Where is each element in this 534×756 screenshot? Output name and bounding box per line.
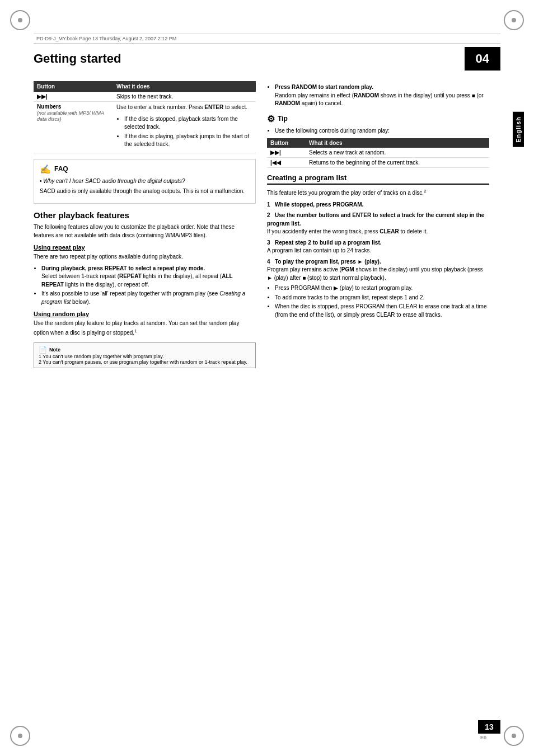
note-icon: 📄 — [39, 346, 47, 354]
page-number: 13 — [478, 720, 500, 734]
tip-box: ⚙ Tip Use the following controls during … — [267, 114, 489, 168]
step-title-4: To play the program list, press ► (play)… — [275, 259, 381, 265]
list-item: If the disc is playing, playback jumps t… — [124, 133, 252, 149]
col-header-whatitdoes: What it does — [113, 81, 256, 92]
file-info-text: PD-D9-J_MY.book Page 13 Thursday, August… — [36, 36, 176, 41]
corner-decoration-bl — [10, 726, 30, 746]
table-row: ▶▶| Skips to the next track. — [34, 92, 256, 102]
tip-table: Button What it does ▶▶| Selects a new tr… — [267, 138, 489, 168]
step-num-2: 2 — [267, 212, 273, 218]
chapter-number: 04 — [465, 47, 500, 71]
list-item: It's also possible to use 'all' repeat p… — [41, 290, 256, 306]
language-sidebar: English — [513, 112, 524, 147]
right-column: Press RANDOM to start random play. Rando… — [267, 81, 489, 368]
step-4-list: Press PROGRAM then ▶ (play) to restart p… — [275, 284, 489, 319]
main-content: Button What it does ▶▶| Skips to the nex… — [34, 81, 489, 711]
step-1: 1 While stopped, press PROGRAM. — [267, 201, 489, 209]
numbers-desc-main: Use to enter a track number. Press ENTER… — [116, 104, 252, 112]
repeat-bullet1-title: During playback, press REPEAT to select … — [41, 265, 205, 271]
tip-label: Tip — [278, 115, 288, 123]
numbers-sublabel: (not available with MP3/ WMA data discs) — [37, 110, 104, 122]
table-row-numbers: Numbers (not available with MP3/ WMA dat… — [34, 102, 256, 153]
two-column-layout: Button What it does ▶▶| Skips to the nex… — [34, 81, 489, 368]
step-num-3: 3 — [267, 240, 273, 246]
numbers-label: Numbers — [37, 104, 61, 110]
faq-box: ✍ FAQ • Why can't I hear SACD audio thro… — [34, 159, 256, 204]
numbers-desc-cell: Use to enter a track number. Press ENTER… — [113, 102, 256, 153]
step-4: 4 To play the program list, press ► (pla… — [267, 258, 489, 320]
note-label: Note — [49, 347, 60, 353]
list-item: To add more tracks to the program list, … — [275, 294, 489, 302]
button-cell: ▶▶| — [34, 92, 113, 102]
list-item: Press PROGRAM then ▶ (play) to restart p… — [275, 284, 489, 293]
step-body-4: Program play remains active (PGM shows i… — [267, 266, 483, 281]
corner-decoration-tl — [10, 10, 30, 30]
repeat-play-title: Using repeat play — [34, 244, 256, 251]
step-body-3: A program list can contain up to 24 trac… — [267, 247, 371, 253]
faq-label: FAQ — [54, 165, 68, 173]
note-box: 📄 Note 1 You can't use random play toget… — [34, 342, 256, 368]
step-num-4: 4 — [267, 259, 273, 265]
press-random-title: Press RANDOM to start random play. — [275, 84, 373, 90]
table-row: |◀◀ Returns to the beginning of the curr… — [267, 158, 489, 168]
note-line-2: 2 You can't program pauses, or use progr… — [39, 359, 251, 365]
step-title-1: While stopped, press PROGRAM. — [275, 201, 363, 208]
random-play-title: Using random play — [34, 311, 256, 317]
repeat-play-list: During playback, press REPEAT to select … — [41, 265, 256, 307]
creating-intro-text: This feature lets you program the play o… — [267, 190, 424, 196]
corner-decoration-tr — [504, 10, 524, 30]
repeat-bullet2: It's also possible to use 'all' repeat p… — [41, 290, 245, 305]
page-header: Getting started 04 — [34, 45, 500, 73]
button-table: Button What it does ▶▶| Skips to the nex… — [34, 81, 256, 153]
footnote-1: 1 — [134, 328, 137, 334]
creating-title-text: Creating a program list — [267, 173, 346, 182]
footnote-2: 2 — [424, 189, 426, 194]
faq-answer: SACD audio is only available through the… — [40, 187, 250, 195]
creating-title: Creating a program list — [267, 173, 489, 185]
file-info-bar: PD-D9-J_MY.book Page 13 Thursday, August… — [34, 34, 500, 44]
numbers-button-cell: Numbers (not available with MP3/ WMA dat… — [34, 102, 113, 153]
left-column: Button What it does ▶▶| Skips to the nex… — [34, 81, 256, 368]
page-en-label: En — [480, 735, 486, 740]
tip-title: ⚙ Tip — [267, 114, 489, 124]
list-item: If the disc is stopped, playback starts … — [124, 115, 252, 132]
faq-icon: ✍ — [40, 164, 51, 175]
step-body-2: If you accidently enter the wrong track,… — [267, 228, 428, 234]
step-title-3: Repeat step 2 to build up a program list… — [275, 240, 382, 246]
note-title: 📄 Note — [39, 346, 251, 354]
note-line-1: 1 You can't use random play together wit… — [39, 354, 251, 359]
tip-col-button: Button — [267, 138, 306, 148]
other-features-intro: The following features allow you to cust… — [34, 223, 256, 240]
numbers-desc-list: If the disc is stopped, playback starts … — [124, 115, 252, 149]
list-item: During playback, press REPEAT to select … — [41, 265, 256, 289]
desc-cell: Skips to the next track. — [113, 92, 256, 102]
table-row: ▶▶| Selects a new track at random. — [267, 148, 489, 158]
step-3: 3 Repeat step 2 to build up a program li… — [267, 239, 489, 255]
repeat-bullet1-body: Select between 1-track repeat (REPEAT li… — [41, 273, 232, 288]
creating-intro: This feature lets you program the play o… — [267, 188, 489, 198]
repeat-play-intro: There are two repeat play options availa… — [34, 253, 256, 261]
list-item: When the disc is stopped, press PROGRAM … — [275, 303, 489, 319]
press-random-list: Press RANDOM to start random play. Rando… — [275, 83, 489, 108]
press-random-body: Random play remains in effect (RANDOM sh… — [275, 92, 484, 107]
list-item: Press RANDOM to start random play. Rando… — [275, 83, 489, 108]
step-num-1: 1 — [267, 201, 273, 208]
tip-button-1: ▶▶| — [267, 148, 306, 158]
corner-decoration-br — [504, 726, 524, 746]
tip-list: Use the following controls during random… — [275, 127, 489, 135]
col-header-button: Button — [34, 81, 113, 92]
list-item: Use the following controls during random… — [275, 127, 489, 135]
step-title-2: Use the number buttons and ENTER to sele… — [267, 212, 484, 227]
page-title: Getting started — [34, 51, 465, 66]
faq-title: ✍ FAQ — [40, 164, 250, 175]
tip-desc-1: Selects a new track at random. — [306, 148, 489, 158]
faq-question: • Why can't I hear SACD audio through th… — [40, 177, 250, 186]
tip-button-2: |◀◀ — [267, 158, 306, 168]
other-features-title: Other playback features — [34, 210, 256, 220]
step-2: 2 Use the number buttons and ENTER to se… — [267, 212, 489, 236]
tip-desc-2: Returns to the beginning of the current … — [306, 158, 489, 168]
tip-col-desc: What it does — [306, 138, 489, 148]
random-play-intro: Use the random play feature to play trac… — [34, 320, 256, 337]
tip-icon: ⚙ — [267, 114, 275, 124]
